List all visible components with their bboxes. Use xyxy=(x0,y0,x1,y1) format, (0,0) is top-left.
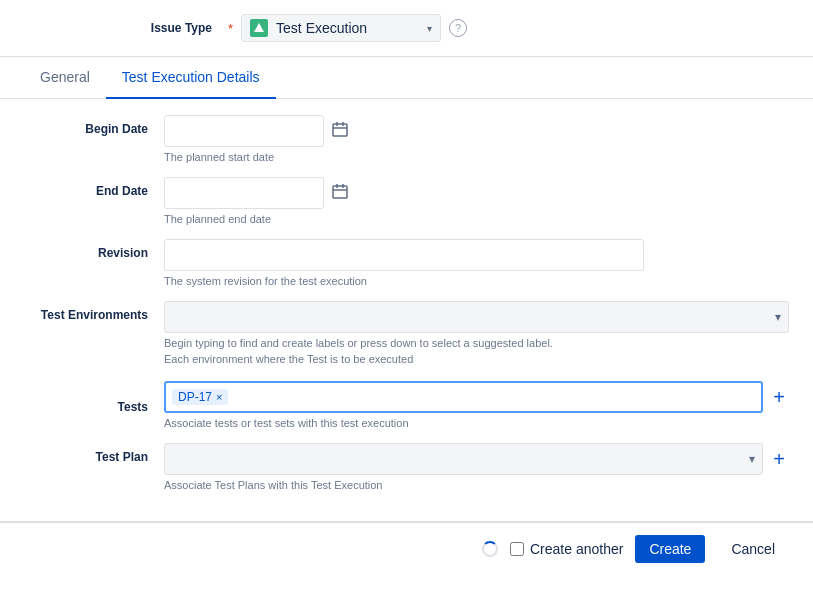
test-environments-row: Test Environments Begin typing to find a… xyxy=(24,301,789,365)
form-content: Begin Date The planned start date xyxy=(0,99,813,521)
create-button[interactable]: Create xyxy=(635,535,705,563)
create-another-text: Create another xyxy=(530,541,623,557)
test-plan-wrapper xyxy=(164,443,763,475)
create-issue-modal: Issue Type * Test Execution ▾ ? General … xyxy=(0,0,813,575)
tests-add-btn[interactable]: + xyxy=(769,387,789,407)
test-plan-label: Test Plan xyxy=(24,443,164,464)
test-environments-select[interactable] xyxy=(164,301,789,333)
loading-spinner xyxy=(482,541,498,557)
test-plan-add-btn[interactable]: + xyxy=(769,449,789,469)
revision-hint: The system revision for the test executi… xyxy=(164,275,789,287)
tab-general[interactable]: General xyxy=(24,57,106,99)
issue-type-select[interactable]: Test Execution ▾ xyxy=(241,14,441,42)
tests-text-input[interactable] xyxy=(232,390,755,405)
create-another-label[interactable]: Create another xyxy=(510,541,623,557)
test-environments-hint2: Each environment where the Test is to be… xyxy=(164,353,789,365)
begin-date-field-container: The planned start date xyxy=(164,115,789,163)
svg-marker-0 xyxy=(254,23,264,32)
issue-type-icon xyxy=(250,19,268,37)
end-date-hint: The planned end date xyxy=(164,213,789,225)
test-plan-row: Test Plan + Associate Test Plans with th… xyxy=(24,443,789,491)
tests-label: Tests xyxy=(8,400,148,414)
revision-label: Revision xyxy=(24,239,164,260)
tests-label-area: Tests xyxy=(24,379,164,429)
tests-field-container: DP-17 × + Associate tests or test sets w… xyxy=(164,379,789,429)
end-date-field-container: The planned end date xyxy=(164,177,789,225)
end-date-input[interactable] xyxy=(164,177,324,209)
test-environments-field-container: Begin typing to find and create labels o… xyxy=(164,301,789,365)
end-date-label: End Date xyxy=(24,177,164,198)
begin-date-row: Begin Date The planned start date xyxy=(24,115,789,163)
test-environments-wrapper xyxy=(164,301,789,333)
revision-field-container: The system revision for the test executi… xyxy=(164,239,789,287)
begin-date-label: Begin Date xyxy=(24,115,164,136)
test-plan-hint: Associate Test Plans with this Test Exec… xyxy=(164,479,789,491)
svg-rect-1 xyxy=(333,124,347,136)
begin-date-input[interactable] xyxy=(164,115,324,147)
required-marker: * xyxy=(228,21,233,36)
end-date-row: End Date The planned end date xyxy=(24,177,789,225)
end-date-field-row xyxy=(164,177,789,209)
tag-close-icon[interactable]: × xyxy=(216,392,222,403)
modal-footer: Create another Create Cancel xyxy=(0,522,813,575)
tests-row: Tests DP-17 × + Associate tests or test … xyxy=(24,379,789,429)
tests-tag-dp17: DP-17 × xyxy=(172,389,228,405)
tabs-bar: General Test Execution Details xyxy=(0,57,813,99)
test-plan-field-container: + Associate Test Plans with this Test Ex… xyxy=(164,443,789,491)
test-environments-hint1: Begin typing to find and create labels o… xyxy=(164,337,789,349)
end-date-calendar-btn[interactable] xyxy=(330,181,350,205)
issue-type-row: Issue Type * Test Execution ▾ ? xyxy=(0,0,813,57)
begin-date-field-row xyxy=(164,115,789,147)
revision-row: Revision The system revision for the tes… xyxy=(24,239,789,287)
test-environments-label: Test Environments xyxy=(24,301,164,322)
chevron-down-icon: ▾ xyxy=(427,23,432,34)
help-icon[interactable]: ? xyxy=(449,19,467,37)
tests-input-row: DP-17 × + xyxy=(164,381,789,413)
revision-input[interactable] xyxy=(164,239,644,271)
tests-hint: Associate tests or test sets with this t… xyxy=(164,417,789,429)
issue-type-value: Test Execution xyxy=(276,20,419,36)
svg-rect-5 xyxy=(333,186,347,198)
begin-date-calendar-btn[interactable] xyxy=(330,119,350,143)
tab-test-execution-details[interactable]: Test Execution Details xyxy=(106,57,276,99)
test-plan-select[interactable] xyxy=(164,443,763,475)
begin-date-hint: The planned start date xyxy=(164,151,789,163)
test-plan-input-row: + xyxy=(164,443,789,475)
issue-type-label: Issue Type xyxy=(80,21,220,35)
tag-label: DP-17 xyxy=(178,390,212,404)
create-another-checkbox[interactable] xyxy=(510,542,524,556)
tests-field[interactable]: DP-17 × xyxy=(164,381,763,413)
cancel-button[interactable]: Cancel xyxy=(717,535,789,563)
